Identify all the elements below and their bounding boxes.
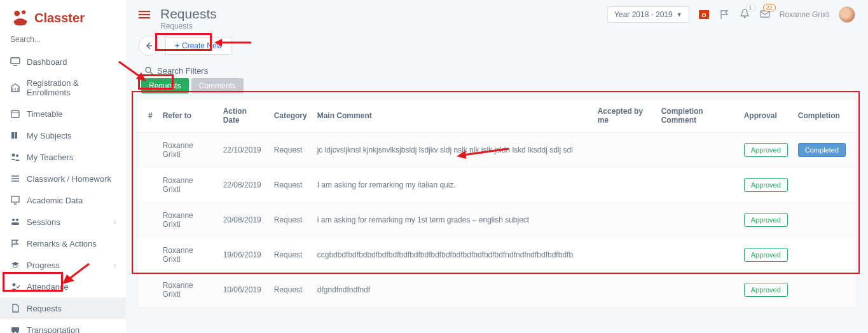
sidebar-item-attendance[interactable]: Attendance xyxy=(0,276,126,297)
sidebar-nav: Dashboard Registration & Enrollments Tim… xyxy=(0,51,126,333)
col-refer[interactable]: Refer to xyxy=(158,99,218,133)
cell-completion-comment xyxy=(656,133,739,168)
cell-hash xyxy=(138,273,158,308)
arrow-left-icon xyxy=(144,41,153,50)
sidebar-item-sessions[interactable]: Sessions ‹ xyxy=(0,211,126,233)
bell-badge: 1 xyxy=(746,4,755,11)
sidebar-item-transportation[interactable]: Transportation xyxy=(0,319,126,333)
col-hash[interactable]: # xyxy=(138,99,158,133)
cell-completion xyxy=(793,238,856,273)
svg-point-12 xyxy=(16,154,18,157)
classter-logo-icon xyxy=(11,9,29,27)
col-main-comment[interactable]: Main Comment xyxy=(312,99,593,133)
year-selector-label: Year 2018 - 2019 xyxy=(614,10,673,19)
sidebar-item-label: Sessions xyxy=(27,217,60,227)
sidebar-item-progress[interactable]: Progress ‹ xyxy=(0,254,126,276)
table-row[interactable]: Roxanne Grixti10/06/2019Requestdfgndfndf… xyxy=(138,273,856,308)
cell-date: 19/06/2019 xyxy=(218,238,269,273)
sidebar-item-label: Transportation xyxy=(27,325,79,334)
svg-line-36 xyxy=(150,72,153,74)
svg-rect-3 xyxy=(13,65,17,66)
create-new-label: Create New xyxy=(182,41,222,50)
brand-text: Classter xyxy=(34,11,85,25)
board-icon xyxy=(10,195,20,205)
requests-table: # Refer to Action Date Category Main Com… xyxy=(137,99,857,308)
svg-rect-2 xyxy=(11,58,20,64)
cell-refer: Roxanne Grixti xyxy=(158,273,218,308)
sidebar-item-registration[interactable]: Registration & Enrollments xyxy=(0,72,126,103)
sidebar-item-label: Timetable xyxy=(27,109,63,119)
sidebar-item-label: Requests xyxy=(27,304,62,313)
avatar[interactable] xyxy=(839,6,855,23)
sidebar-item-teachers[interactable]: My Teachers xyxy=(0,146,126,168)
document-icon xyxy=(10,303,20,313)
year-selector[interactable]: Year 2018 - 2019 ▼ xyxy=(607,6,689,23)
table-row[interactable]: Roxanne Grixti22/10/2019Requestjc ldjcvs… xyxy=(138,133,856,168)
svg-point-21 xyxy=(13,283,16,287)
calendar-icon xyxy=(10,109,20,119)
cell-approval: Approved xyxy=(739,133,793,168)
svg-point-18 xyxy=(12,219,15,221)
cell-category: Request xyxy=(269,133,312,168)
tab-requests[interactable]: Requests xyxy=(141,78,189,93)
col-category[interactable]: Category xyxy=(269,99,312,133)
users-icon xyxy=(10,152,20,162)
sidebar-item-timetable[interactable]: Timetable xyxy=(0,103,126,125)
flag-outline-icon[interactable] xyxy=(719,9,730,20)
cell-comment: jc ldjcvsljknsl kjnkjsnvlksjbsldj lsdjkv… xyxy=(312,133,593,168)
sidebar-item-label: My Subjects xyxy=(27,131,72,140)
col-action-date[interactable]: Action Date xyxy=(218,99,269,133)
svg-point-0 xyxy=(14,11,20,17)
cell-hash xyxy=(138,238,158,273)
create-new-button[interactable]: + Create New xyxy=(165,37,231,55)
table-row[interactable]: Roxanne Grixti20/08/2019Requesti am aski… xyxy=(138,203,856,238)
svg-text:O: O xyxy=(701,12,706,18)
search-input[interactable] xyxy=(10,35,116,44)
col-accepted[interactable]: Accepted by me xyxy=(593,99,656,133)
monitor-icon xyxy=(10,57,20,67)
tab-comments[interactable]: Comments xyxy=(191,78,244,93)
cell-date: 22/10/2019 xyxy=(218,133,269,168)
table-row[interactable]: Roxanne Grixti19/06/2019Requestccgbdbdfb… xyxy=(138,238,856,273)
svg-rect-9 xyxy=(11,132,14,139)
mail-badge: 22 xyxy=(763,4,776,11)
user-check-icon xyxy=(10,282,20,292)
col-completion-comment[interactable]: Completion Comment xyxy=(656,99,739,133)
chevron-left-icon: ‹ xyxy=(114,262,116,269)
search-filters-toggle[interactable]: Search Filters xyxy=(126,62,868,78)
status-badge: Approved xyxy=(744,178,788,192)
cell-refer: Roxanne Grixti xyxy=(158,168,218,203)
cell-completion-comment xyxy=(656,238,739,273)
sidebar-item-academic[interactable]: Academic Data xyxy=(0,189,126,211)
cell-comment: ccgbdbdfbdfbdbdfbdfbdfbdfbdfbdfbdfbdfbdf… xyxy=(312,238,593,273)
sidebar-item-dashboard[interactable]: Dashboard xyxy=(0,51,126,72)
back-button[interactable] xyxy=(139,36,159,56)
bus-icon xyxy=(10,325,20,333)
table-row[interactable]: Roxanne Grixti22/08/2019RequestI am aski… xyxy=(138,168,856,203)
cell-hash xyxy=(138,203,158,238)
cell-category: Request xyxy=(269,168,312,203)
cell-approval: Approved xyxy=(739,203,793,238)
cell-category: Request xyxy=(269,238,312,273)
plus-icon: + xyxy=(175,41,179,50)
graduation-icon xyxy=(10,260,20,270)
cell-accepted xyxy=(593,238,656,273)
status-badge: Approved xyxy=(744,283,788,297)
cell-completion xyxy=(793,168,856,203)
magnifier-icon xyxy=(145,67,153,75)
sidebar-item-subjects[interactable]: My Subjects xyxy=(0,125,126,146)
sidebar-item-requests[interactable]: Requests xyxy=(0,297,126,319)
sidebar: Classter Dashboard Registration & Enroll… xyxy=(0,0,126,333)
cell-refer: Roxanne Grixti xyxy=(158,238,218,273)
sidebar-item-classwork[interactable]: Classwork / Homework xyxy=(0,168,126,189)
sidebar-item-remarks[interactable]: Remarks & Actions xyxy=(0,233,126,254)
svg-point-33 xyxy=(743,16,745,18)
office-icon[interactable]: O xyxy=(698,9,710,20)
user-name[interactable]: Roxanne Grixti xyxy=(780,10,830,19)
col-approval[interactable]: Approval xyxy=(739,99,793,133)
cell-comment: i am asking for remarking my 1st term gr… xyxy=(312,203,593,238)
sidebar-item-label: Dashboard xyxy=(27,57,67,67)
col-completion[interactable]: Completion xyxy=(793,99,856,133)
cell-date: 20/08/2019 xyxy=(218,203,269,238)
menu-toggle-icon[interactable] xyxy=(139,10,150,19)
